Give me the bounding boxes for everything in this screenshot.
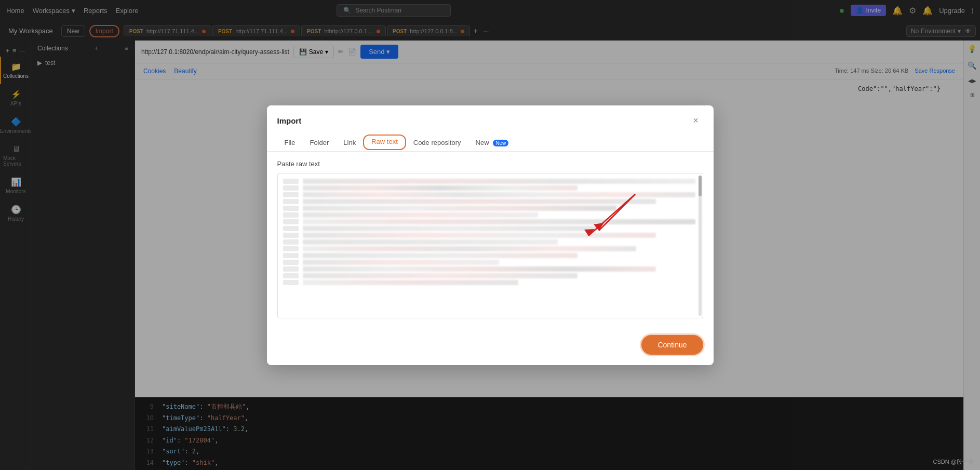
modal-tab-raw-text[interactable]: Raw text [363,135,406,150]
paste-label: Paste raw text [277,160,703,168]
import-modal: Import × File Folder Link Raw text Code … [267,105,714,365]
modal-header: Import × [267,105,714,128]
modal-tab-code-repository[interactable]: Code repository [406,135,468,152]
modal-tab-file[interactable]: File [277,135,303,152]
text-area-scrollbar[interactable] [699,176,702,316]
modal-tabs: File Folder Link Raw text Code repositor… [267,128,714,152]
watermark: CSDN @段子君 [933,458,974,466]
modal-tab-link[interactable]: Link [336,135,363,152]
continue-button[interactable]: Continue [641,335,703,355]
text-area-container[interactable] [277,173,703,318]
modal-footer: Continue [267,329,714,365]
modal-overlay: Import × File Folder Link Raw text Code … [0,0,980,470]
modal-close-button[interactable]: × [689,114,703,128]
scrollbar-thumb[interactable] [699,176,702,196]
modal-body: Paste raw text [267,152,714,329]
modal-tab-new[interactable]: New New [468,135,516,152]
new-badge: New [493,140,508,146]
modal-title: Import [277,116,302,125]
modal-tab-folder[interactable]: Folder [302,135,336,152]
